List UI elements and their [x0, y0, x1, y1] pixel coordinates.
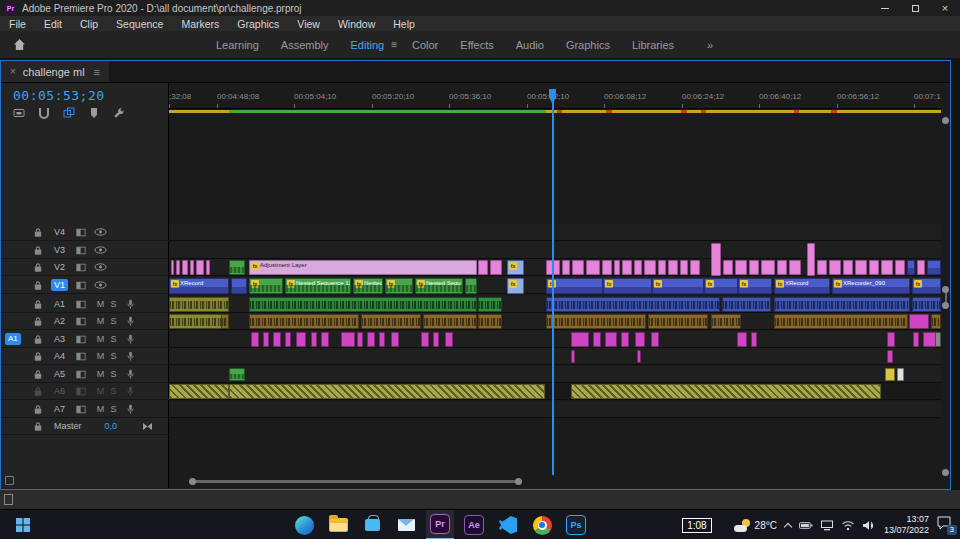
clip[interactable]: [433, 332, 439, 347]
clip-xrecord[interactable]: fxXRecord: [774, 278, 830, 294]
linked-selection-icon[interactable]: [63, 107, 75, 119]
workspace-tab-color[interactable]: Color: [401, 39, 449, 51]
playhead-timecode[interactable]: 00:05:53;20: [13, 88, 105, 103]
clip[interactable]: fx: [507, 278, 524, 294]
workspace-tab-libraries[interactable]: Libraries: [621, 39, 685, 51]
clip[interactable]: [169, 297, 229, 312]
clip[interactable]: [251, 332, 259, 347]
clip[interactable]: [229, 384, 545, 399]
clip[interactable]: [593, 332, 601, 347]
clip[interactable]: [843, 260, 853, 275]
track-name-a6[interactable]: A6: [51, 385, 68, 397]
h-scroll-handle[interactable]: [515, 478, 522, 485]
insert-track-icon[interactable]: [76, 404, 86, 415]
clip[interactable]: [621, 332, 629, 347]
clip[interactable]: [478, 297, 502, 312]
taskbar-photoshop[interactable]: Ps: [562, 510, 590, 539]
clip[interactable]: [829, 260, 841, 275]
clip[interactable]: [887, 332, 895, 347]
wifi-icon[interactable]: [841, 520, 855, 531]
menu-markers[interactable]: Markers: [172, 18, 228, 30]
lock-icon[interactable]: [33, 316, 43, 327]
menu-graphics[interactable]: Graphics: [228, 18, 288, 30]
insert-track-icon[interactable]: [76, 316, 86, 327]
mute-button[interactable]: M: [94, 334, 107, 344]
clip[interactable]: [658, 260, 666, 275]
clip[interactable]: [895, 260, 905, 275]
insert-track-icon[interactable]: [76, 334, 86, 345]
toggle-track-output-icon[interactable]: [94, 281, 107, 289]
clip[interactable]: [391, 332, 399, 347]
clip[interactable]: [881, 260, 893, 275]
solo-button[interactable]: S: [107, 316, 120, 326]
clip[interactable]: [917, 260, 925, 275]
voiceover-record-icon[interactable]: [127, 386, 134, 397]
menu-help[interactable]: Help: [384, 18, 424, 30]
clip[interactable]: [817, 260, 827, 275]
workspace-tab-assembly[interactable]: Assembly: [270, 39, 340, 51]
clip[interactable]: [206, 260, 210, 275]
voiceover-record-icon[interactable]: [127, 334, 134, 345]
home-icon[interactable]: [12, 38, 27, 51]
clip[interactable]: [572, 260, 584, 275]
taskbar-vscode[interactable]: [494, 510, 522, 539]
track-name-a5[interactable]: A5: [51, 368, 68, 380]
clip[interactable]: [229, 260, 245, 275]
clip[interactable]: [605, 332, 617, 347]
taskbar-premiere[interactable]: Pr: [426, 510, 454, 539]
workspace-tab-editing[interactable]: Editing: [340, 39, 396, 51]
clip[interactable]: [273, 332, 281, 347]
clip[interactable]: fx: [738, 278, 772, 294]
insert-track-icon[interactable]: [76, 386, 86, 397]
menu-edit[interactable]: Edit: [35, 18, 71, 30]
lock-icon[interactable]: [33, 280, 43, 291]
clip[interactable]: [931, 314, 941, 329]
clip[interactable]: [546, 314, 646, 329]
clip[interactable]: [586, 260, 600, 275]
voiceover-record-icon[interactable]: [127, 316, 134, 327]
clip[interactable]: [285, 332, 291, 347]
insert-track-icon[interactable]: [76, 299, 86, 310]
keyframes-icon[interactable]: [142, 422, 153, 431]
menu-file[interactable]: File: [0, 18, 35, 30]
clip[interactable]: [231, 278, 247, 294]
clip-adjustment-layer[interactable]: fxAdjustment Layer: [249, 260, 477, 275]
workspace-tab-audio[interactable]: Audio: [505, 39, 555, 51]
clip[interactable]: [190, 260, 194, 275]
workspace-tab-menu-icon[interactable]: ≡: [391, 39, 397, 50]
clip[interactable]: fx: [507, 260, 524, 275]
clip[interactable]: [651, 332, 659, 347]
clip[interactable]: [367, 332, 375, 347]
clip[interactable]: [777, 260, 787, 275]
insert-track-icon[interactable]: [76, 351, 86, 362]
clip[interactable]: [723, 260, 733, 275]
start-button[interactable]: [8, 510, 38, 539]
clip[interactable]: [690, 260, 700, 275]
clip[interactable]: [680, 260, 688, 275]
mute-button[interactable]: M: [94, 351, 107, 361]
lock-icon[interactable]: [33, 227, 43, 238]
mute-button[interactable]: M: [94, 369, 107, 379]
menu-clip[interactable]: Clip: [71, 18, 107, 30]
clip[interactable]: [751, 332, 757, 347]
clip[interactable]: [571, 332, 589, 347]
lock-icon[interactable]: [33, 369, 43, 380]
taskbar-store[interactable]: [358, 510, 386, 539]
track-name-a1[interactable]: A1: [51, 298, 68, 310]
clip[interactable]: [169, 384, 229, 399]
clip[interactable]: [478, 314, 502, 329]
clip[interactable]: [614, 260, 620, 275]
snap-icon[interactable]: [38, 107, 50, 119]
voiceover-record-icon[interactable]: [127, 299, 134, 310]
clip[interactable]: [263, 332, 269, 347]
clip[interactable]: [622, 260, 632, 275]
clip[interactable]: [749, 260, 759, 275]
voiceover-record-icon[interactable]: [127, 369, 134, 380]
clip-nested-sequ[interactable]: fxNested Sequ: [415, 278, 463, 294]
menu-view[interactable]: View: [288, 18, 329, 30]
clip[interactable]: [176, 260, 180, 275]
taskbar-mail[interactable]: [392, 510, 420, 539]
workspace-tab-effects[interactable]: Effects: [449, 39, 504, 51]
solo-button[interactable]: S: [107, 404, 120, 414]
track-name-a3[interactable]: A3: [51, 333, 68, 345]
